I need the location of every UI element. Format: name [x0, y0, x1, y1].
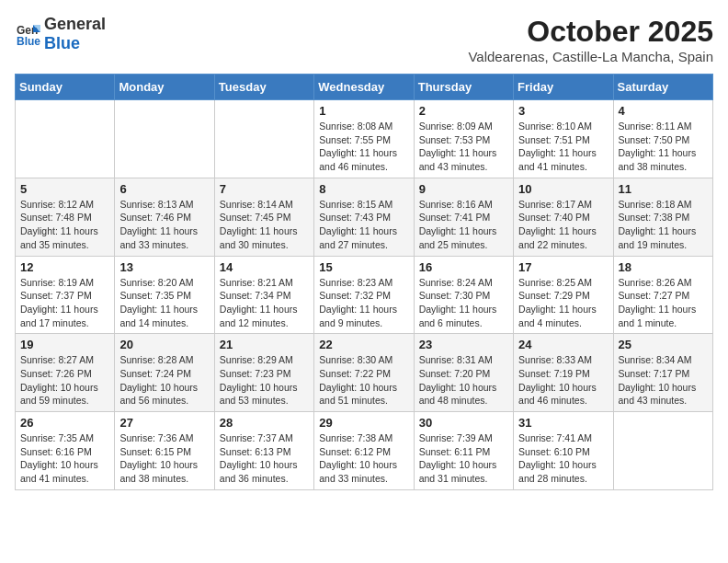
calendar-day-31: 31Sunrise: 7:41 AM Sunset: 6:10 PM Dayli…	[514, 412, 613, 490]
calendar-day-6: 6Sunrise: 8:13 AM Sunset: 7:46 PM Daylig…	[115, 178, 214, 256]
day-number: 22	[319, 338, 408, 351]
day-number: 11	[619, 182, 708, 196]
day-number: 31	[518, 416, 608, 430]
day-info: Sunrise: 8:31 AM Sunset: 7:20 PM Dayligh…	[419, 353, 508, 408]
day-info: Sunrise: 8:08 AM Sunset: 7:55 PM Dayligh…	[319, 120, 408, 174]
day-number: 2	[419, 104, 508, 118]
calendar-day-3: 3Sunrise: 8:10 AM Sunset: 7:51 PM Daylig…	[514, 100, 613, 178]
calendar-day-15: 15Sunrise: 8:23 AM Sunset: 7:32 PM Dayli…	[314, 256, 414, 334]
day-info: Sunrise: 7:35 AM Sunset: 6:16 PM Dayligh…	[20, 431, 109, 486]
calendar-day-21: 21Sunrise: 8:29 AM Sunset: 7:23 PM Dayli…	[214, 334, 313, 412]
day-number: 10	[518, 182, 608, 196]
day-info: Sunrise: 8:10 AM Sunset: 7:51 PM Dayligh…	[518, 120, 608, 174]
day-number: 25	[619, 338, 708, 351]
day-number: 12	[20, 260, 109, 274]
weekday-header-friday: Friday	[514, 75, 613, 100]
day-info: Sunrise: 8:24 AM Sunset: 7:30 PM Dayligh…	[419, 276, 508, 330]
calendar-day-27: 27Sunrise: 7:36 AM Sunset: 6:15 PM Dayli…	[115, 412, 214, 490]
day-number: 4	[619, 104, 708, 118]
weekday-header-thursday: Thursday	[414, 75, 513, 100]
calendar-day-22: 22Sunrise: 8:30 AM Sunset: 7:22 PM Dayli…	[314, 334, 414, 412]
weekday-header-saturday: Saturday	[613, 75, 712, 100]
calendar-day-7: 7Sunrise: 8:14 AM Sunset: 7:45 PM Daylig…	[214, 178, 313, 256]
calendar-day-28: 28Sunrise: 7:37 AM Sunset: 6:13 PM Dayli…	[214, 412, 313, 490]
day-info: Sunrise: 8:09 AM Sunset: 7:53 PM Dayligh…	[419, 120, 508, 174]
day-info: Sunrise: 7:37 AM Sunset: 6:13 PM Dayligh…	[220, 431, 309, 486]
day-number: 27	[119, 416, 209, 430]
day-info: Sunrise: 8:17 AM Sunset: 7:40 PM Dayligh…	[518, 198, 608, 252]
page-header: Gen Blue General Blue October 2025 Valde…	[15, 15, 713, 64]
day-info: Sunrise: 8:30 AM Sunset: 7:22 PM Dayligh…	[319, 353, 408, 408]
weekday-header-monday: Monday	[115, 75, 214, 100]
calendar-day-24: 24Sunrise: 8:33 AM Sunset: 7:19 PM Dayli…	[514, 334, 613, 412]
day-number: 26	[20, 416, 109, 430]
day-info: Sunrise: 8:27 AM Sunset: 7:26 PM Dayligh…	[20, 353, 109, 408]
calendar-day-30: 30Sunrise: 7:39 AM Sunset: 6:11 PM Dayli…	[414, 412, 513, 490]
logo-text-blue: Blue	[44, 34, 80, 52]
calendar-day-5: 5Sunrise: 8:12 AM Sunset: 7:48 PM Daylig…	[16, 178, 115, 256]
day-number: 18	[619, 260, 708, 274]
day-info: Sunrise: 8:33 AM Sunset: 7:19 PM Dayligh…	[518, 353, 608, 408]
calendar-week-row: 12Sunrise: 8:19 AM Sunset: 7:37 PM Dayli…	[16, 256, 713, 334]
day-number: 19	[20, 338, 109, 351]
calendar-day-4: 4Sunrise: 8:11 AM Sunset: 7:50 PM Daylig…	[613, 100, 712, 178]
day-info: Sunrise: 8:19 AM Sunset: 7:37 PM Dayligh…	[20, 276, 109, 330]
day-number: 29	[319, 416, 408, 430]
logo: Gen Blue General Blue	[15, 15, 106, 53]
svg-text:Blue: Blue	[17, 35, 40, 47]
logo-text-general: General	[44, 15, 106, 33]
weekday-header-sunday: Sunday	[16, 75, 115, 100]
day-number: 9	[419, 182, 508, 196]
calendar-empty-cell	[214, 100, 313, 178]
calendar-day-8: 8Sunrise: 8:15 AM Sunset: 7:43 PM Daylig…	[314, 178, 414, 256]
calendar-day-16: 16Sunrise: 8:24 AM Sunset: 7:30 PM Dayli…	[414, 256, 513, 334]
day-info: Sunrise: 8:21 AM Sunset: 7:34 PM Dayligh…	[220, 276, 309, 330]
day-number: 30	[419, 416, 508, 430]
day-info: Sunrise: 7:41 AM Sunset: 6:10 PM Dayligh…	[518, 431, 608, 486]
day-info: Sunrise: 8:11 AM Sunset: 7:50 PM Dayligh…	[619, 120, 708, 174]
calendar-day-9: 9Sunrise: 8:16 AM Sunset: 7:41 PM Daylig…	[414, 178, 513, 256]
day-info: Sunrise: 8:12 AM Sunset: 7:48 PM Dayligh…	[20, 198, 109, 252]
calendar-day-14: 14Sunrise: 8:21 AM Sunset: 7:34 PM Dayli…	[214, 256, 313, 334]
weekday-header-wednesday: Wednesday	[314, 75, 414, 100]
day-number: 5	[20, 182, 109, 196]
day-number: 20	[119, 338, 209, 351]
calendar-day-25: 25Sunrise: 8:34 AM Sunset: 7:17 PM Dayli…	[613, 334, 712, 412]
day-number: 7	[220, 182, 309, 196]
day-info: Sunrise: 8:23 AM Sunset: 7:32 PM Dayligh…	[319, 276, 408, 330]
logo-icon: Gen Blue	[15, 21, 40, 47]
day-number: 28	[220, 416, 309, 430]
day-info: Sunrise: 8:28 AM Sunset: 7:24 PM Dayligh…	[119, 353, 209, 408]
day-number: 1	[319, 104, 408, 118]
month-title: October 2025	[468, 15, 713, 49]
calendar-day-29: 29Sunrise: 7:38 AM Sunset: 6:12 PM Dayli…	[314, 412, 414, 490]
day-number: 23	[419, 338, 508, 351]
weekday-header-row: SundayMondayTuesdayWednesdayThursdayFrid…	[16, 75, 713, 100]
day-info: Sunrise: 8:18 AM Sunset: 7:38 PM Dayligh…	[619, 198, 708, 252]
calendar-empty-cell	[613, 412, 712, 490]
weekday-header-tuesday: Tuesday	[214, 75, 313, 100]
title-area: October 2025 Valdearenas, Castille-La Ma…	[468, 15, 713, 64]
calendar-day-20: 20Sunrise: 8:28 AM Sunset: 7:24 PM Dayli…	[115, 334, 214, 412]
day-info: Sunrise: 8:14 AM Sunset: 7:45 PM Dayligh…	[220, 198, 309, 252]
calendar-day-11: 11Sunrise: 8:18 AM Sunset: 7:38 PM Dayli…	[613, 178, 712, 256]
day-info: Sunrise: 8:20 AM Sunset: 7:35 PM Dayligh…	[119, 276, 209, 330]
calendar-day-23: 23Sunrise: 8:31 AM Sunset: 7:20 PM Dayli…	[414, 334, 513, 412]
day-info: Sunrise: 8:26 AM Sunset: 7:27 PM Dayligh…	[619, 276, 708, 330]
day-info: Sunrise: 7:38 AM Sunset: 6:12 PM Dayligh…	[319, 431, 408, 486]
calendar-table: SundayMondayTuesdayWednesdayThursdayFrid…	[15, 74, 713, 490]
day-number: 6	[119, 182, 209, 196]
calendar-week-row: 5Sunrise: 8:12 AM Sunset: 7:48 PM Daylig…	[16, 178, 713, 256]
calendar-week-row: 26Sunrise: 7:35 AM Sunset: 6:16 PM Dayli…	[16, 412, 713, 490]
calendar-day-19: 19Sunrise: 8:27 AM Sunset: 7:26 PM Dayli…	[16, 334, 115, 412]
calendar-day-12: 12Sunrise: 8:19 AM Sunset: 7:37 PM Dayli…	[16, 256, 115, 334]
day-info: Sunrise: 8:34 AM Sunset: 7:17 PM Dayligh…	[619, 353, 708, 408]
day-info: Sunrise: 7:39 AM Sunset: 6:11 PM Dayligh…	[419, 431, 508, 486]
day-number: 14	[220, 260, 309, 274]
day-number: 16	[419, 260, 508, 274]
day-number: 3	[518, 104, 608, 118]
calendar-day-18: 18Sunrise: 8:26 AM Sunset: 7:27 PM Dayli…	[613, 256, 712, 334]
day-info: Sunrise: 8:25 AM Sunset: 7:29 PM Dayligh…	[518, 276, 608, 330]
day-number: 24	[518, 338, 608, 351]
day-number: 21	[220, 338, 309, 351]
